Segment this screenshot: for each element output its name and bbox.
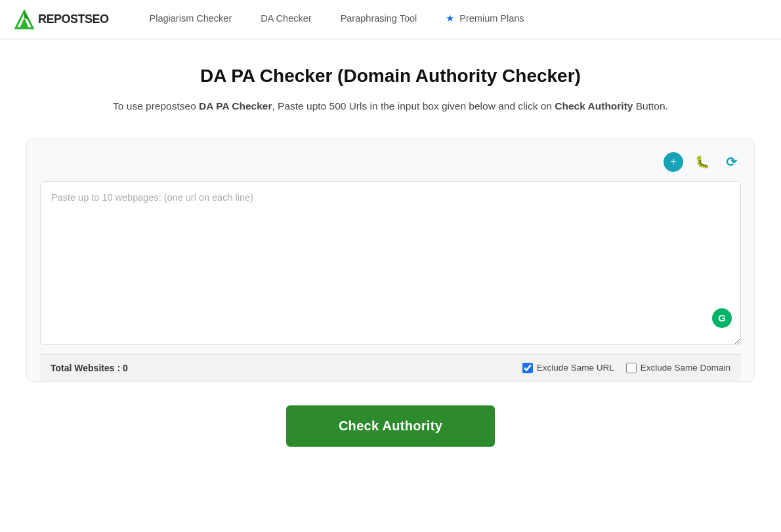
tool-icons-row: ＋ 🐛 ⟳ — [40, 152, 741, 172]
grammarly-icon: G — [718, 312, 726, 323]
nav-link-plagiarism[interactable]: Plagiarism Checker — [135, 1, 247, 37]
star-icon: ★ — [446, 13, 454, 24]
reload-icon: ⟳ — [726, 154, 737, 170]
nav-item-da-checker[interactable]: DA Checker — [246, 1, 326, 37]
page-title: DA PA Checker (Domain Authority Checker) — [26, 66, 755, 87]
logo-text: REPOSTSEO — [38, 12, 109, 26]
page-description: To use prepostseo DA PA Checker, Paste u… — [26, 98, 755, 115]
logo-icon — [13, 9, 35, 31]
nav-link-paraphrasing[interactable]: Paraphrasing Tool — [326, 1, 432, 37]
total-websites-label: Total Websites : 0 — [51, 363, 128, 373]
logo[interactable]: REPOSTSEO — [13, 9, 109, 31]
main-content: DA PA Checker (Domain Authority Checker)… — [13, 39, 768, 473]
checkbox-group: Exclude Same URL Exclude Same Domain — [522, 363, 730, 373]
exclude-same-url-checkbox[interactable] — [522, 363, 533, 373]
tool-footer: Total Websites : 0 Exclude Same URL Excl… — [40, 354, 741, 381]
exclude-same-domain-label[interactable]: Exclude Same Domain — [626, 363, 730, 373]
exclude-same-url-label[interactable]: Exclude Same URL — [522, 363, 614, 373]
nav-item-plagiarism[interactable]: Plagiarism Checker — [135, 1, 247, 37]
exclude-same-domain-checkbox[interactable] — [626, 363, 637, 373]
bug-icon: 🐛 — [695, 155, 709, 169]
bug-button[interactable]: 🐛 — [692, 152, 712, 172]
check-authority-button[interactable]: Check Authority — [286, 405, 495, 447]
add-icon: ＋ — [668, 155, 679, 169]
exclude-same-domain-text: Exclude Same Domain — [641, 363, 730, 373]
grammarly-button[interactable]: G — [712, 308, 732, 328]
textarea-wrapper: G — [40, 181, 741, 348]
nav-links: Plagiarism Checker DA Checker Paraphrasi… — [135, 1, 539, 37]
nav-item-paraphrasing[interactable]: Paraphrasing Tool — [326, 1, 432, 37]
nav-item-premium[interactable]: ★ Premium Plans — [431, 1, 538, 37]
add-url-button[interactable]: ＋ — [664, 152, 683, 172]
nav-link-premium[interactable]: ★ Premium Plans — [431, 1, 538, 37]
tool-box: ＋ 🐛 ⟳ G Total Websites : 0 Exclude Same … — [26, 138, 755, 382]
exclude-same-url-text: Exclude Same URL — [537, 363, 614, 373]
navbar: REPOSTSEO Plagiarism Checker DA Checker … — [0, 0, 781, 39]
reload-button[interactable]: ⟳ — [721, 152, 741, 172]
nav-link-da-checker[interactable]: DA Checker — [246, 1, 326, 37]
url-input[interactable] — [40, 181, 741, 345]
